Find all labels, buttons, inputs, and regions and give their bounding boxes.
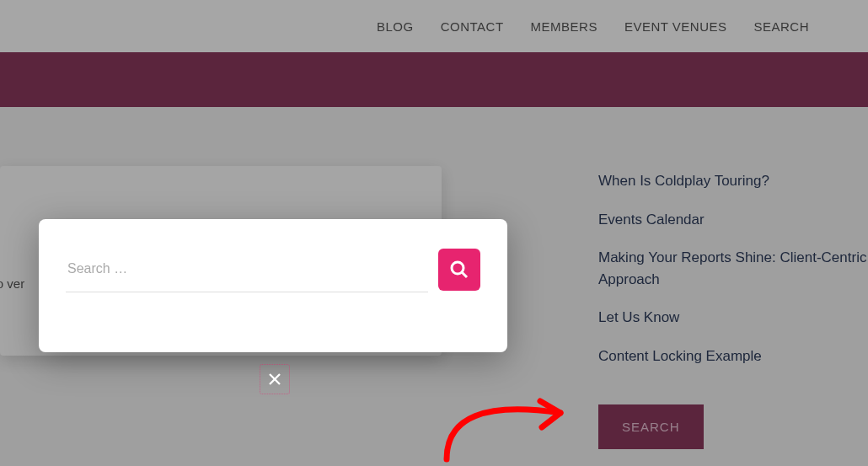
search-modal [39,219,507,352]
svg-line-1 [462,272,467,277]
search-submit-button[interactable] [438,249,480,291]
close-button[interactable] [260,364,290,394]
svg-point-0 [452,262,463,274]
search-input[interactable] [66,246,428,292]
search-icon [449,260,469,280]
close-icon [267,372,282,387]
